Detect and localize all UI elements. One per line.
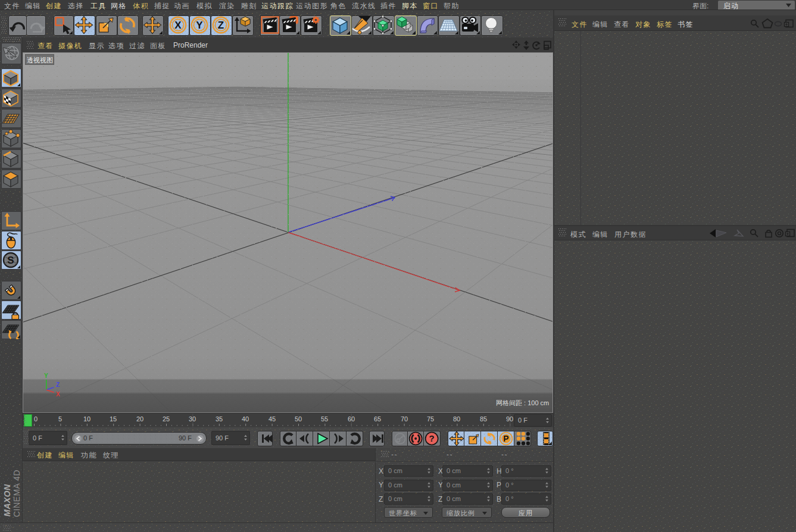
svg-text:X: X: [56, 391, 60, 398]
svg-text:Z: Z: [218, 20, 224, 31]
svg-text:Y: Y: [44, 373, 48, 379]
svg-text:Z: Z: [56, 381, 60, 388]
svg-text:S: S: [7, 255, 14, 266]
svg-text:Y: Y: [196, 20, 203, 31]
svg-text:X: X: [174, 20, 182, 31]
svg-text:P: P: [503, 434, 508, 443]
svg-text:?: ?: [429, 433, 435, 443]
